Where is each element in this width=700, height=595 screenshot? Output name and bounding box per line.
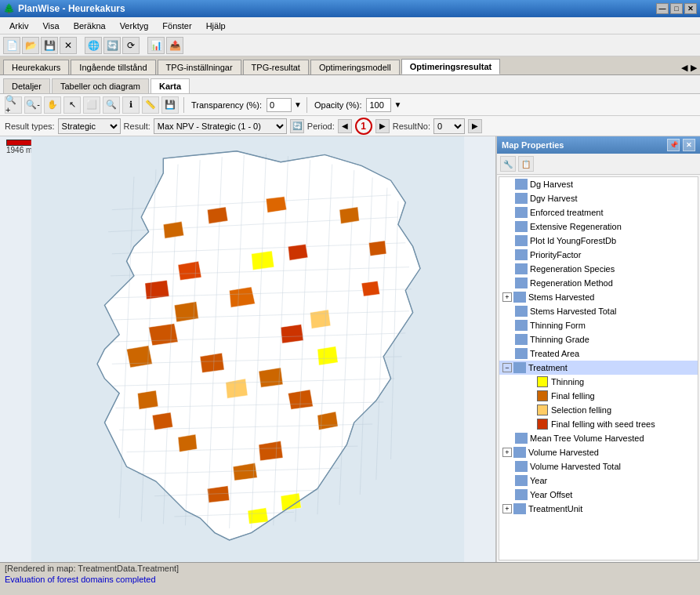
tree-item-vol-harvested[interactable]: + Volume Harvested bbox=[499, 445, 698, 459]
measure-button[interactable]: 📏 bbox=[142, 96, 159, 114]
tree-item-year[interactable]: Year bbox=[499, 473, 698, 488]
minimize-button[interactable]: — bbox=[656, 3, 669, 14]
panel-tool-2[interactable]: 📋 bbox=[518, 156, 534, 172]
save-button[interactable]: 💾 bbox=[41, 37, 58, 54]
tree-item-regen-method[interactable]: Regeneration Method bbox=[499, 276, 698, 290]
legend-color-thinning bbox=[537, 376, 548, 387]
tree-item-regen-species[interactable]: Regeneration Species bbox=[499, 262, 698, 276]
tree-item-vol-total[interactable]: Volume Harvested Total bbox=[499, 459, 698, 473]
tree-item-extensive[interactable]: Extensive Regeneration bbox=[499, 219, 698, 234]
tree-item-treatment[interactable]: − Treatment bbox=[499, 361, 698, 375]
refresh-button[interactable]: 🔄 bbox=[103, 37, 121, 54]
tree-item-treatment-unit[interactable]: + TreatmentUnit bbox=[499, 502, 698, 516]
sync-button[interactable]: ⟳ bbox=[122, 37, 140, 54]
tree-list[interactable]: Dg Harvest Dgv Harvest Enforced treatmen… bbox=[499, 176, 698, 561]
rect-select-button[interactable]: ⬜ bbox=[83, 96, 100, 114]
tree-icon-plotid bbox=[515, 235, 528, 246]
map-area[interactable]: 1946 m bbox=[0, 136, 496, 562]
menu-arkiv[interactable]: Arkiv bbox=[3, 20, 34, 32]
tree-item-mean-tree[interactable]: Mean Tree Volume Harvested bbox=[499, 431, 698, 445]
period-prev-button[interactable]: ◀ bbox=[338, 119, 352, 133]
opacity-dropdown[interactable]: ▼ bbox=[394, 100, 401, 109]
panel-pin-button[interactable]: 📌 bbox=[667, 139, 680, 151]
tab-optresultat[interactable]: Optimeringsresultat bbox=[401, 59, 501, 74]
tab-karta[interactable]: Karta bbox=[151, 78, 190, 93]
result-no-select[interactable]: 0 bbox=[433, 118, 465, 134]
info-button[interactable]: ℹ bbox=[122, 96, 140, 114]
treatment-expand-icon[interactable]: − bbox=[502, 363, 512, 372]
panel-close-button[interactable]: ✕ bbox=[683, 139, 695, 151]
tree-label-priority: PriorityFactor bbox=[530, 250, 581, 259]
svg-marker-19 bbox=[248, 508, 268, 524]
transparency-dropdown[interactable]: ▼ bbox=[294, 100, 302, 109]
transparency-input[interactable] bbox=[267, 98, 292, 112]
tab-heurekakurs[interactable]: Heurekakurs bbox=[3, 60, 69, 74]
close-button[interactable]: ✕ bbox=[684, 3, 697, 14]
result-no-next-button[interactable]: ▶ bbox=[468, 119, 482, 133]
maximize-button[interactable]: □ bbox=[670, 3, 683, 14]
refresh-result-button[interactable]: 🔄 bbox=[290, 119, 304, 133]
menu-hjalp[interactable]: Hjälp bbox=[200, 20, 232, 32]
tab-prev-icon[interactable]: ◀ bbox=[681, 63, 687, 73]
tree-icon-treated-area bbox=[515, 348, 528, 359]
opacity-input[interactable] bbox=[366, 98, 391, 112]
globe-button[interactable]: 🌐 bbox=[85, 37, 102, 54]
tab-optmodel[interactable]: Optimeringsmodell bbox=[310, 60, 400, 74]
tree-item-dgv-harvest[interactable]: Dgv Harvest bbox=[499, 191, 698, 205]
tab-tabeller[interactable]: Tabeller och diagram bbox=[52, 78, 149, 93]
stems-expand-icon[interactable]: + bbox=[502, 292, 512, 302]
svg-marker-61 bbox=[361, 281, 379, 296]
tab-next-icon[interactable]: ▶ bbox=[691, 63, 697, 73]
tree-label-thinning-form: Thinning Form bbox=[530, 321, 586, 330]
legend-thinning: Thinning bbox=[499, 375, 698, 389]
menu-verktyg[interactable]: Verktyg bbox=[114, 20, 155, 32]
tree-icon-enforced bbox=[515, 207, 528, 218]
save-map-button[interactable]: 💾 bbox=[161, 96, 179, 114]
tree-icon-mean-tree bbox=[515, 433, 528, 444]
result-value-select[interactable]: Max NPV - Strategic (1 - 0) bbox=[154, 118, 287, 134]
tab-tpg-res[interactable]: TPG-resultat bbox=[243, 60, 309, 74]
tree-item-thinning-form[interactable]: Thinning Form bbox=[499, 318, 698, 332]
tree-icon-vol-total bbox=[515, 461, 528, 472]
tree-label-treatment-unit: TreatmentUnit bbox=[528, 504, 582, 513]
hand-tool-button[interactable]: ✋ bbox=[44, 96, 61, 114]
tree-item-enforced[interactable]: Enforced treatment bbox=[499, 205, 698, 219]
result-label: Result: bbox=[124, 122, 151, 131]
zoom-out-button[interactable]: 🔍- bbox=[24, 96, 42, 114]
tab-detaljer[interactable]: Detaljer bbox=[3, 78, 50, 93]
open-button[interactable]: 📂 bbox=[22, 37, 39, 54]
tree-item-priority[interactable]: PriorityFactor bbox=[499, 248, 698, 262]
tab-tpg-inst[interactable]: TPG-inställningar bbox=[158, 60, 241, 74]
tree-item-dg-harvest[interactable]: Dg Harvest bbox=[499, 177, 698, 191]
delete-button[interactable]: ✕ bbox=[60, 37, 77, 54]
menu-visa[interactable]: Visa bbox=[36, 20, 65, 32]
menu-fonster[interactable]: Fönster bbox=[156, 20, 198, 32]
tree-item-stems-harvested[interactable]: + Stems Harvested bbox=[499, 290, 698, 304]
chart-button[interactable]: 📊 bbox=[147, 37, 165, 54]
menu-berakna[interactable]: Beräkna bbox=[67, 20, 112, 32]
tree-item-year-offset[interactable]: Year Offset bbox=[499, 488, 698, 502]
select-tool-button[interactable]: ↖ bbox=[63, 96, 81, 114]
app-title: PlanWise - Heurekakurs bbox=[18, 3, 125, 14]
sep1 bbox=[183, 97, 184, 113]
new-button[interactable]: 📄 bbox=[3, 37, 20, 54]
treatment-unit-expand[interactable]: + bbox=[502, 504, 512, 513]
find-button[interactable]: 🔍 bbox=[103, 96, 120, 114]
tree-item-stems-total[interactable]: Stems Harvested Total bbox=[499, 304, 698, 318]
tree-item-plot-id[interactable]: Plot Id YoungForestDb bbox=[499, 234, 698, 248]
tree-item-treated-area[interactable]: Treated Area bbox=[499, 346, 698, 361]
tab-ingaende[interactable]: Ingående tillstånd bbox=[71, 60, 155, 74]
tree-item-thinning-grade[interactable]: Thinning Grade bbox=[499, 332, 698, 346]
zoom-in-button[interactable]: 🔍+ bbox=[5, 96, 22, 114]
result-types-select[interactable]: Strategic bbox=[58, 118, 121, 134]
export-button[interactable]: 📤 bbox=[166, 37, 183, 54]
title-bar-controls[interactable]: — □ ✕ bbox=[656, 3, 697, 14]
tree-label-year: Year bbox=[530, 476, 547, 485]
tree-icon-dg bbox=[515, 179, 528, 190]
vol-expand-icon[interactable]: + bbox=[502, 448, 512, 457]
legend-label-thinning: Thinning bbox=[551, 377, 584, 386]
sep2 bbox=[306, 97, 307, 113]
period-next-button[interactable]: ▶ bbox=[375, 119, 390, 133]
panel-tool-1[interactable]: 🔧 bbox=[500, 156, 516, 172]
legend-color-selection-felling bbox=[537, 405, 548, 415]
